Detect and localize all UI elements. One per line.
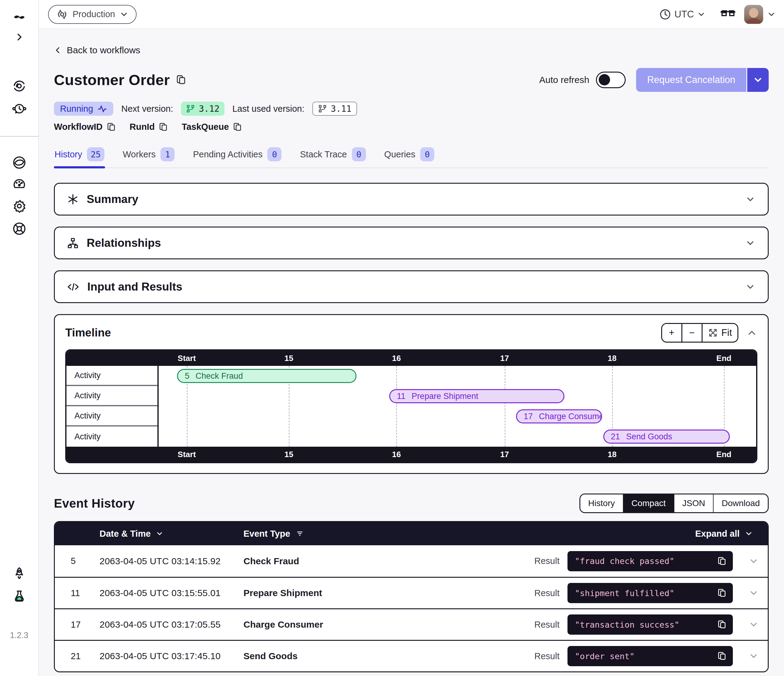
task-queue-chip: TaskQueue <box>182 122 242 132</box>
tab-queries[interactable]: Queries0 <box>384 145 435 168</box>
timeline-bar-event-id: 11 <box>397 392 406 401</box>
clock-icon <box>659 8 671 20</box>
status-badge: Running <box>54 102 113 116</box>
filter-icon <box>296 530 304 538</box>
event-row: 172063-04-05 UTC 03:17:05.55Charge Consu… <box>55 608 768 640</box>
timeline-bar-label: Send Goods <box>626 432 672 441</box>
workflow-id-label: WorkflowID <box>54 122 103 132</box>
chevron-down-icon <box>745 194 756 205</box>
labs-flask-icon[interactable] <box>12 589 26 603</box>
app-version: 1.2.3 <box>10 631 28 640</box>
chevron-down-icon <box>120 10 129 19</box>
copy-task-queue-button[interactable] <box>232 122 242 132</box>
timeline-tick-label: 18 <box>608 354 616 363</box>
date-time-column-header[interactable]: Date & Time <box>100 529 243 539</box>
request-cancelation-button[interactable]: Request Cancelation <box>636 68 746 92</box>
chevron-down-icon <box>748 556 759 566</box>
event-table-header: Date & Time Event Type Expand all <box>55 522 768 545</box>
summary-section[interactable]: Summary <box>54 183 769 216</box>
expand-chevron-right-icon[interactable] <box>14 32 24 42</box>
user-avatar[interactable] <box>744 5 763 24</box>
s-logo-icon[interactable] <box>12 155 26 169</box>
fit-label: Fit <box>722 327 732 338</box>
view-json[interactable]: JSON <box>674 494 714 512</box>
event-type-column-header[interactable]: Event Type <box>243 529 695 539</box>
support-lifebuoy-icon[interactable] <box>12 222 26 236</box>
timeline-top-axis: Start15161718End <box>67 351 756 366</box>
event-row: 52063-04-05 UTC 03:14:15.92Check FraudRe… <box>55 545 768 577</box>
environment-dropdown[interactable]: Production <box>48 5 137 24</box>
expand-row-chevron[interactable] <box>740 556 768 566</box>
lane-label-text: Activity <box>75 411 101 421</box>
copy-result-button[interactable] <box>717 588 727 598</box>
user-menu-chevron-icon[interactable] <box>767 10 776 19</box>
collapse-timeline-chevron-icon[interactable] <box>746 327 758 338</box>
event-type: Send Goods <box>243 651 534 661</box>
copy-icon <box>717 651 727 661</box>
schedules-icon[interactable] <box>12 102 26 115</box>
timeline-gridline <box>396 366 397 447</box>
event-datetime: 2063-04-05 UTC 03:14:15.92 <box>100 556 243 566</box>
relationships-section[interactable]: Relationships <box>54 227 769 260</box>
fit-button[interactable]: Fit <box>703 324 737 342</box>
timeline-tick-label: 18 <box>608 450 616 459</box>
back-to-workflows-link[interactable]: Back to workflows <box>54 45 140 55</box>
workflows-icon[interactable] <box>12 79 26 93</box>
rocket-icon[interactable] <box>12 566 26 580</box>
event-datetime: 2063-04-05 UTC 03:15:55.01 <box>100 588 243 598</box>
result-label: Result <box>534 556 560 566</box>
view-download[interactable]: Download <box>714 494 768 512</box>
view-compact[interactable]: Compact <box>624 494 674 512</box>
result-value-chip: "order sent" <box>568 646 733 666</box>
timeline-bar-check-fraud[interactable]: 5Check Fraud <box>177 369 356 383</box>
result-value-chip: "shipment fulfilled" <box>568 583 733 603</box>
timeline-bar-send-goods[interactable]: 21Send Goods <box>603 429 730 444</box>
copy-workflow-id-button[interactable] <box>106 122 116 132</box>
fit-expand-icon <box>708 328 718 338</box>
usage-speedometer-icon[interactable] <box>12 177 26 191</box>
view-history[interactable]: History <box>580 494 624 512</box>
auto-refresh-toggle[interactable] <box>596 71 626 88</box>
zoom-in-button[interactable]: + <box>662 324 682 342</box>
glasses-icon[interactable] <box>720 8 736 20</box>
timeline-tick-label: Start <box>177 450 196 459</box>
tab-workers[interactable]: Workers1 <box>122 145 175 168</box>
event-type: Check Fraud <box>243 556 534 566</box>
event-row: 212063-04-05 UTC 03:17:45.10Send GoodsRe… <box>55 640 768 671</box>
settings-gear-icon[interactable] <box>12 199 26 213</box>
status-label: Running <box>60 104 93 114</box>
event-type: Prepare Shipment <box>243 588 534 598</box>
expand-row-chevron[interactable] <box>740 619 768 630</box>
lane-label-text: Activity <box>75 432 101 441</box>
expand-row-chevron[interactable] <box>740 651 768 661</box>
copy-result-button[interactable] <box>717 556 727 566</box>
timeline-bar-prepare-shipment[interactable]: 11Prepare Shipment <box>389 389 565 403</box>
timeline-bar-event-id: 5 <box>185 371 189 381</box>
chevron-down-icon <box>748 619 759 630</box>
expand-all-button[interactable]: Expand all <box>695 529 753 539</box>
input-results-section[interactable]: Input and Results <box>54 270 769 303</box>
timeline-tick-label: 16 <box>392 354 401 363</box>
tab-stack-trace[interactable]: Stack Trace0 <box>299 145 366 168</box>
task-queue-label: TaskQueue <box>182 122 229 132</box>
copy-result-button[interactable] <box>717 651 727 661</box>
timeline-bar-charge-consumer[interactable]: 17Charge Consumer <box>516 409 602 423</box>
timeline-bar-event-id: 21 <box>611 432 620 441</box>
copy-workflow-name-button[interactable] <box>176 75 187 85</box>
expand-row-chevron[interactable] <box>740 588 768 598</box>
request-cancelation-menu-button[interactable] <box>747 68 769 92</box>
zoom-out-button[interactable]: − <box>682 324 703 342</box>
timeline-title: Timeline <box>65 326 111 339</box>
timezone-label: UTC <box>674 9 694 20</box>
copy-run-id-button[interactable] <box>158 122 168 132</box>
timezone-selector[interactable]: UTC <box>659 8 706 20</box>
last-used-version-label: Last used version: <box>232 104 305 114</box>
copy-result-button[interactable] <box>717 620 727 629</box>
tab-pending-activities[interactable]: Pending Activities0 <box>192 145 282 168</box>
input-results-label: Input and Results <box>87 280 182 293</box>
event-datetime: 2063-04-05 UTC 03:17:45.10 <box>100 651 243 661</box>
temporal-logo-icon[interactable] <box>12 10 26 24</box>
event-history-table: Date & Time Event Type Expand all 52063-… <box>54 521 769 672</box>
tab-history[interactable]: History25 <box>54 145 105 168</box>
chevron-down-icon <box>748 588 759 598</box>
